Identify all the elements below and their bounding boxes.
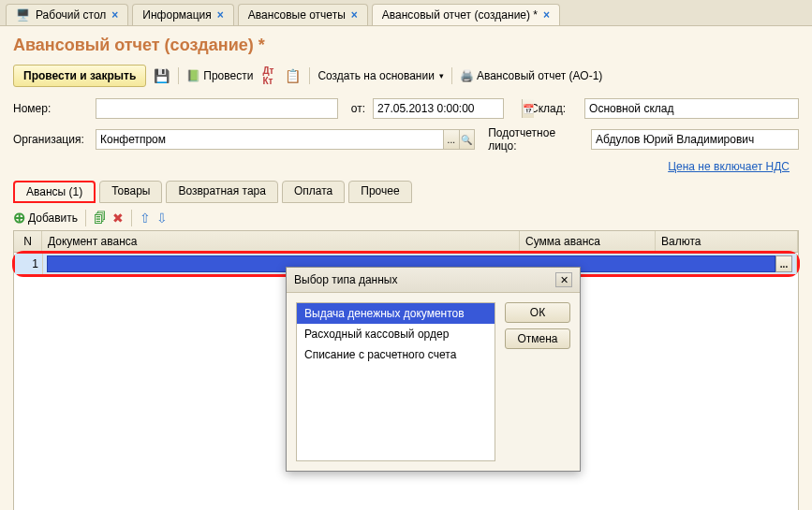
tab-advances[interactable]: Авансы (1)	[13, 181, 96, 203]
form-row-org: Организация: ... 🔍 Подотчетное лицо:	[13, 126, 799, 153]
create-based-button[interactable]: Создать на основании	[317, 69, 444, 82]
close-icon[interactable]: ×	[351, 8, 358, 22]
dialog-title-text: Выбор типа данных	[294, 273, 397, 286]
date-input[interactable]	[374, 99, 522, 118]
desktop-icon: 🖥️	[16, 8, 30, 22]
tab-info[interactable]: Информация ×	[132, 4, 234, 25]
separator	[451, 67, 452, 84]
dialog-buttons: ОК Отмена	[505, 302, 570, 461]
tab-label: Рабочий стол	[36, 8, 106, 22]
list-item[interactable]: Выдача денежных документов	[297, 303, 495, 324]
print-form-button[interactable]: 🖨️ Авансовый отчет (АО-1)	[460, 69, 602, 82]
printer-icon: 🖨️	[460, 69, 474, 82]
col-document[interactable]: Документ аванса	[42, 231, 520, 252]
delete-icon[interactable]: ✖	[112, 211, 124, 226]
post-and-close-button[interactable]: Провести и закрыть	[13, 65, 146, 87]
dialog-titlebar[interactable]: Выбор типа данных ✕	[287, 268, 580, 293]
close-icon[interactable]: ×	[111, 8, 118, 22]
org-label: Организация:	[13, 133, 88, 146]
list-item[interactable]: Расходный кассовый ордер	[297, 324, 495, 344]
tab-label: Авансовый отчет (создание) *	[382, 8, 538, 22]
person-input[interactable]	[592, 130, 798, 149]
plus-icon: ⊕	[13, 209, 25, 226]
tab-desktop[interactable]: 🖥️ Рабочий стол ×	[6, 4, 128, 25]
separator	[131, 210, 132, 226]
post-icon: 📗	[186, 69, 200, 82]
main-toolbar: Провести и закрыть 💾 📗 Провести ДтКт 📋 С…	[13, 65, 799, 87]
grid-header: N Документ аванса Сумма аванса Валюта	[14, 231, 798, 253]
select-icon[interactable]: ...	[443, 130, 459, 149]
document-icon[interactable]: 📋	[283, 66, 302, 85]
close-icon[interactable]: ×	[543, 8, 550, 22]
separator	[309, 67, 310, 84]
cancel-button[interactable]: Отмена	[505, 328, 570, 349]
separator	[178, 67, 179, 84]
move-down-icon[interactable]: ⇩	[156, 211, 168, 226]
window-tabs: 🖥️ Рабочий стол × Информация × Авансовые…	[0, 0, 812, 26]
tab-label: Информация	[142, 8, 211, 22]
tab-payment[interactable]: Оплата	[282, 181, 345, 203]
from-label: от:	[351, 102, 365, 115]
move-up-icon[interactable]: ⇧	[140, 211, 151, 226]
close-icon[interactable]: ×	[217, 8, 224, 22]
warehouse-label: Склад:	[530, 102, 577, 115]
col-number[interactable]: N	[14, 231, 42, 252]
tab-label: Авансовые отчеты	[248, 8, 346, 22]
page-title: Авансовый отчет (создание) *	[13, 36, 799, 55]
separator	[85, 210, 86, 226]
post-button[interactable]: 📗 Провести	[186, 69, 253, 82]
calendar-icon[interactable]: 📅	[522, 99, 534, 118]
type-select-dialog: Выбор типа данных ✕ Выдача денежных доку…	[286, 267, 581, 472]
option-list[interactable]: Выдача денежных документов Расходный кас…	[296, 302, 495, 461]
save-icon[interactable]: 💾	[152, 66, 170, 85]
col-sum[interactable]: Сумма аванса	[520, 231, 656, 252]
select-document-button[interactable]: ...	[775, 255, 792, 272]
ok-button[interactable]: ОК	[505, 302, 570, 323]
warehouse-input[interactable]	[585, 99, 798, 118]
add-button[interactable]: ⊕ Добавить	[13, 209, 78, 226]
tab-other[interactable]: Прочее	[348, 181, 411, 203]
org-input[interactable]	[96, 130, 443, 149]
tab-goods[interactable]: Товары	[99, 181, 162, 203]
tab-reports[interactable]: Авансовые отчеты ×	[238, 4, 368, 25]
dt-kt-icon[interactable]: ДтКт	[258, 66, 277, 85]
inner-tabs: Авансы (1) Товары Возвратная тара Оплата…	[13, 181, 799, 203]
dialog-body: Выдача денежных документов Расходный кас…	[287, 293, 580, 471]
col-currency[interactable]: Валюта	[656, 231, 798, 252]
cell-n: 1	[15, 254, 43, 274]
person-label: Подотчетное лицо:	[488, 126, 583, 153]
vat-link[interactable]: Цена не включает НДС	[668, 160, 790, 173]
list-item[interactable]: Списание с расчетного счета	[297, 344, 495, 365]
close-icon[interactable]: ✕	[555, 272, 572, 287]
tab-returnable[interactable]: Возвратная тара	[166, 181, 278, 203]
search-icon[interactable]: 🔍	[459, 130, 475, 149]
copy-icon[interactable]: 🗐	[94, 211, 107, 226]
number-input[interactable]	[96, 99, 244, 118]
number-label: Номер:	[13, 102, 88, 115]
form-row-number: Номер: от: 📅 Склад:	[13, 98, 799, 119]
tab-report-create[interactable]: Авансовый отчет (создание) * ×	[372, 4, 560, 25]
grid-toolbar: ⊕ Добавить 🗐 ✖ ⇧ ⇩	[13, 209, 799, 226]
